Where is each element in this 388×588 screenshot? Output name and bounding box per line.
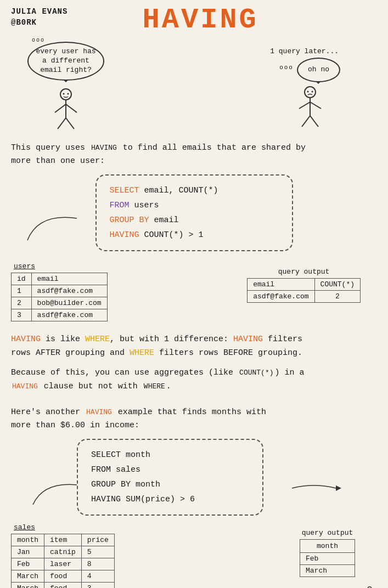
sales-table: month item price Jan catnip 5 Feb laser … <box>11 534 115 588</box>
table-header-row: id email <box>12 273 108 285</box>
where-keyword-1: WHERE <box>85 335 110 344</box>
svg-point-8 <box>305 87 316 98</box>
code2-line-3: GROUP BY month <box>91 477 249 492</box>
code-box-1: SELECT email, COUNT(*) FROM users GROUP … <box>95 174 293 251</box>
table-row: Feb laser 8 <box>12 558 115 570</box>
having-keyword-1: HAVING <box>11 335 41 344</box>
table-row: 2 bob@builder.com <box>12 297 108 309</box>
table-row: Feb <box>300 552 355 564</box>
svg-marker-16 <box>336 485 341 491</box>
code2-line-2: FROM sales <box>91 462 249 477</box>
code-line-3: GROUP BY email <box>110 213 279 228</box>
table-header-row: month <box>300 539 355 552</box>
table-row: Jan catnip 5 <box>12 546 115 558</box>
code-box-2: SELECT month FROM sales GROUP BY month H… <box>77 439 263 516</box>
users-table-label: users <box>14 262 35 270</box>
page-number: 9 <box>367 585 373 588</box>
where-keyword-2: WHERE <box>130 348 154 358</box>
code-line-4: HAVING COUNT(*) > 1 <box>110 228 279 242</box>
query-later-text: 1 query later... <box>270 47 339 55</box>
right-figure-area: 1 query later... ooo oh no <box>270 47 350 129</box>
svg-line-13 <box>310 102 321 109</box>
svg-line-4 <box>55 104 66 112</box>
author-info: Julia Evans @b0rk <box>11 7 68 28</box>
table-header-row: email COUNT(*) <box>248 278 361 290</box>
svg-line-6 <box>58 118 66 129</box>
col-id: id <box>12 273 32 285</box>
explanation-line-3: Because of this, you can use aggregates … <box>11 366 377 380</box>
output-table-1: email COUNT(*) asdf@fake.com 2 <box>247 278 361 303</box>
code-line-2: FROM users <box>110 198 279 213</box>
illustration-row: ooo every user has a different email rig… <box>27 42 377 132</box>
explanation-line-4: HAVING clause but not with WHERE. <box>11 380 377 394</box>
users-table-container: users id email 1 asdf@fake.com 2 bob@bui… <box>11 262 108 321</box>
table-row: 1 asdf@fake.com <box>12 285 108 297</box>
explanation-section: HAVING is like WHERE, but with 1 differe… <box>11 332 377 394</box>
author-name: Julia Evans <box>11 7 68 18</box>
code-section-1: SELECT email, COUNT(*) FROM users GROUP … <box>11 174 377 251</box>
output-2-container: query output month Feb March <box>300 529 355 577</box>
code2-line-4: HAVING SUM(price) > 6 <box>91 492 249 507</box>
code-line-1: SELECT email, COUNT(*) <box>110 183 279 198</box>
arrow-svg-3 <box>292 472 347 505</box>
speech-bubble-right: oh no <box>297 58 340 82</box>
count-inline: COUNT(*) <box>238 368 274 377</box>
table-header-row: month item price <box>12 534 115 546</box>
stick-figure-left-svg <box>49 88 82 132</box>
svg-point-10 <box>311 91 313 92</box>
stick-figure-right-svg <box>294 86 327 129</box>
table-row: asdf@fake.com 2 <box>248 290 361 302</box>
table-row: March <box>300 564 355 576</box>
explanation-line-1: HAVING is like WHERE, but with 1 differe… <box>11 332 377 347</box>
svg-point-2 <box>68 93 69 94</box>
author-handle: @b0rk <box>11 18 68 29</box>
output-table-2: month Feb March <box>300 539 355 577</box>
output-1-label: query output <box>278 268 330 276</box>
svg-line-12 <box>299 102 310 109</box>
code-section-2: SELECT month FROM sales GROUP BY month H… <box>11 439 377 516</box>
header: Julia Evans @b0rk HAVING <box>11 7 377 36</box>
page-title: HAVING <box>68 4 333 36</box>
table-row: March food 4 <box>12 570 115 582</box>
svg-line-5 <box>66 104 77 112</box>
svg-line-15 <box>310 116 318 127</box>
left-figure: ooo every user has a different email rig… <box>27 42 104 132</box>
output-2-label: query output <box>302 529 353 537</box>
having-inline-3: HAVING <box>85 408 113 417</box>
svg-point-9 <box>307 91 308 92</box>
description-1: This query uses HAVING to find all email… <box>11 142 377 168</box>
svg-point-0 <box>60 89 71 100</box>
sales-table-label: sales <box>14 523 35 532</box>
tables-row-1: users id email 1 asdf@fake.com 2 bob@bui… <box>11 262 377 321</box>
having-keyword-2: HAVING <box>233 335 263 344</box>
output-1-container: query output email COUNT(*) asdf@fake.co… <box>247 268 361 303</box>
thought-dots-left: ooo <box>32 37 45 43</box>
col-email: email <box>31 273 107 285</box>
having-inline-1: HAVING <box>90 143 118 152</box>
svg-line-7 <box>66 118 74 129</box>
speech-bubble-left: every user has a different email right? <box>27 42 104 81</box>
svg-point-1 <box>63 93 65 94</box>
description-2: Here's another HAVING example that finds… <box>11 406 377 432</box>
arrow-svg-1 <box>22 202 88 246</box>
tables-row-2: sales month item price Jan catnip 5 Feb … <box>11 523 377 588</box>
code2-line-1: SELECT month <box>91 448 249 462</box>
explanation-line-2: rows AFTER grouping and WHERE filters ro… <box>11 346 377 360</box>
having-inline-2: HAVING <box>11 382 39 391</box>
thought-dots-right: ooo <box>279 64 294 71</box>
where-inline: WHERE <box>143 382 166 391</box>
table-row: 3 asdf@fake.com <box>12 309 108 321</box>
svg-line-14 <box>302 116 310 127</box>
table-row: March food 3 <box>12 582 115 588</box>
users-table: id email 1 asdf@fake.com 2 bob@builder.c… <box>11 273 108 321</box>
sales-table-container: sales month item price Jan catnip 5 Feb … <box>11 523 115 588</box>
